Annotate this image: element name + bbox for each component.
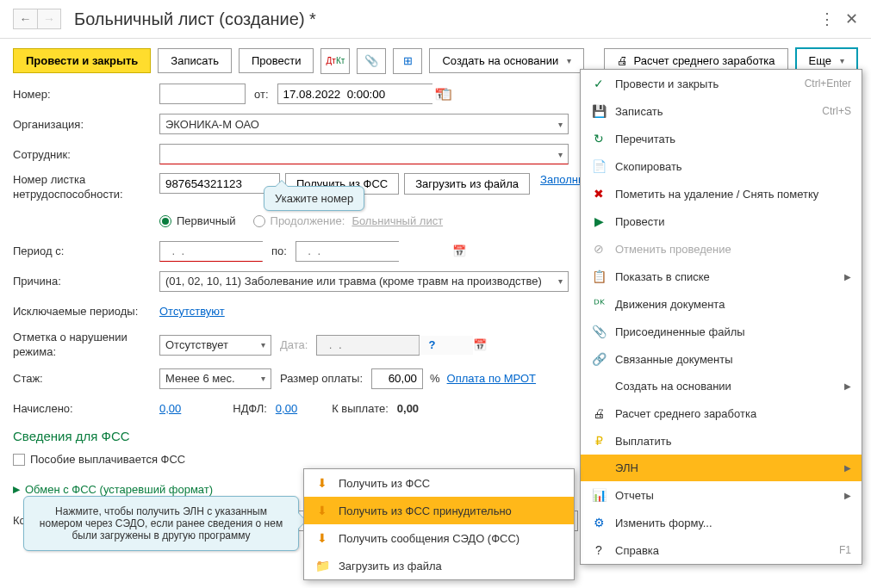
chevron-right-icon: ▶	[844, 463, 851, 473]
menu-item[interactable]: ₽Выплатить	[581, 427, 862, 455]
sick-num-input[interactable]	[159, 173, 280, 194]
period-label: Период с:	[13, 244, 159, 257]
excluded-link[interactable]: Отсутствуют	[159, 305, 225, 318]
pay-size-input[interactable]	[371, 368, 423, 389]
date-input[interactable]	[278, 84, 434, 103]
close-icon[interactable]: ✕	[845, 9, 858, 28]
lock-icon: 📋	[439, 88, 453, 101]
menu-item[interactable]: 📄Скопировать	[581, 152, 862, 180]
from-label: от:	[254, 88, 269, 101]
menu-item[interactable]: ✖Пометить на удаление / Снять пометку	[581, 180, 862, 207]
menu-icon: 📄	[591, 159, 607, 173]
chevron-down-icon: ▾	[558, 150, 563, 159]
back-button[interactable]: ←	[13, 9, 37, 29]
menu-icon: ⚙	[591, 516, 607, 529]
fss-exchange-link[interactable]: Обмен с ФСС (устаревший формат)	[25, 483, 213, 496]
number-input[interactable]	[159, 84, 246, 104]
continuation-link: Больничный лист	[352, 214, 443, 227]
fss-paid-checkbox[interactable]	[13, 454, 25, 466]
continuation-radio[interactable]	[253, 215, 265, 227]
menu-icon: ↻	[591, 132, 607, 145]
menu-item[interactable]: 📊Отчеты▶	[581, 481, 862, 509]
chevron-right-icon: ▶	[844, 491, 851, 500]
menu-icon: 💾	[591, 104, 607, 118]
menu-item[interactable]: 📎Присоединенные файлы	[581, 318, 862, 345]
menu-icon: ⬇	[314, 476, 330, 490]
menu-icon: 📋	[591, 269, 607, 283]
primary-radio[interactable]	[159, 215, 171, 227]
seniority-label: Стаж:	[13, 372, 159, 385]
menu-item[interactable]: ⚙Изменить форму...	[581, 509, 862, 536]
org-select[interactable]: ЭКОНИКА-М ОАО ▾	[159, 114, 569, 134]
menu-icon: ▶	[591, 214, 607, 228]
submenu-item[interactable]: 📁Загрузить из файла	[304, 552, 574, 579]
chevron-right-icon: ▶	[844, 381, 851, 391]
chevron-down-icon: ▾	[558, 120, 563, 129]
submenu-item[interactable]: ⬇Получить из ФСС принудительно	[304, 497, 574, 524]
seniority-select[interactable]: Менее 6 мес. ▾	[159, 368, 271, 389]
load-file-button[interactable]: Загрузить из файла	[404, 173, 530, 195]
menu-icon: 📎	[591, 325, 607, 338]
chevron-down-icon: ▾	[261, 374, 265, 383]
menu-item[interactable]: ?СправкаF1	[581, 536, 862, 564]
ndfl-value[interactable]: 0,00	[276, 402, 297, 415]
page-title: Больничный лист (создание) *	[74, 9, 819, 29]
accrued-label: Начислено:	[13, 402, 159, 415]
accrued-value[interactable]: 0,00	[159, 402, 181, 415]
print-icon: 🖨	[617, 54, 628, 67]
percent-label: %	[430, 372, 440, 385]
to-label: по:	[271, 244, 287, 257]
number-label: Номер:	[13, 88, 159, 101]
ndfl-label: НДФЛ:	[233, 402, 267, 415]
kebab-icon[interactable]: ⋮	[819, 9, 835, 28]
menu-icon: ⊘	[591, 242, 607, 256]
create-from-button[interactable]: Создать на основании ▾	[429, 48, 584, 73]
violation-date-input	[317, 336, 473, 355]
chevron-down-icon: ▾	[567, 56, 571, 65]
excluded-label: Исключаемые периоды:	[13, 305, 159, 318]
reason-select[interactable]: (01, 02, 10, 11) Заболевание или травма …	[159, 271, 569, 292]
menu-item[interactable]: Создать на основании▶	[581, 373, 862, 399]
attach-button[interactable]: 📎	[357, 48, 386, 74]
menu-item[interactable]: ᴰᴷДвижения документа	[581, 290, 862, 318]
submenu-item[interactable]: ⬇Получить сообщения СЭДО (ФСС)	[304, 524, 574, 552]
help-icon[interactable]: ?	[428, 338, 435, 351]
menu-item[interactable]: 💾ЗаписатьCtrl+S	[581, 97, 862, 125]
menu-item[interactable]: ▶Провести	[581, 207, 862, 235]
paperclip-icon: 📎	[364, 54, 378, 67]
tooltip-get-eln: Нажмите, чтобы получить ЭЛН с указанным …	[23, 496, 299, 551]
submit-button[interactable]: Провести	[239, 48, 314, 73]
dtkt-button[interactable]: ДтКт	[320, 48, 350, 74]
calendar-icon[interactable]: 📅	[452, 244, 466, 257]
save-button[interactable]: Записать	[158, 48, 232, 73]
dtkt-icon: ДтКт	[327, 56, 345, 65]
forward-button[interactable]: →	[37, 9, 61, 29]
employee-select[interactable]: ▾	[159, 144, 569, 164]
org-label: Организация:	[13, 118, 159, 131]
more-menu: ✓Провести и закрытьCtrl+Enter💾ЗаписатьCt…	[580, 69, 862, 565]
to-pay-label: К выплате:	[332, 402, 389, 415]
expand-icon[interactable]: ▶	[13, 484, 20, 495]
reason-label: Причина:	[13, 275, 159, 288]
period-to-input[interactable]	[296, 242, 452, 261]
menu-icon: ✖	[591, 187, 607, 201]
submenu-item[interactable]: ⬇Получить из ФСС	[304, 469, 574, 497]
chevron-down-icon: ▾	[558, 276, 563, 286]
menu-item[interactable]: ЭЛН▶	[581, 455, 862, 481]
mrot-link[interactable]: Оплата по МРОТ	[447, 372, 536, 385]
period-from-input[interactable]	[160, 242, 316, 261]
to-pay-value: 0,00	[397, 402, 419, 415]
menu-item[interactable]: 🔗Связанные документы	[581, 345, 862, 373]
violation-select[interactable]: Отсутствует ▾	[159, 335, 271, 356]
submit-close-button[interactable]: Провести и закрыть	[13, 48, 151, 73]
structure-button[interactable]: ⊞	[393, 48, 422, 74]
menu-item[interactable]: 🖨Расчет среднего заработка	[581, 399, 862, 427]
menu-icon: 🖨	[591, 406, 607, 420]
menu-item[interactable]: 📋Показать в списке▶	[581, 263, 862, 290]
calendar-icon: 📅	[473, 338, 487, 351]
date-label: Дата:	[280, 338, 308, 351]
menu-item[interactable]: ✓Провести и закрытьCtrl+Enter	[581, 70, 862, 97]
menu-item[interactable]: ↻Перечитать	[581, 125, 862, 152]
pay-size-label: Размер оплаты:	[280, 372, 363, 385]
header: ← → Больничный лист (создание) * ⋮ ✕	[0, 0, 871, 39]
